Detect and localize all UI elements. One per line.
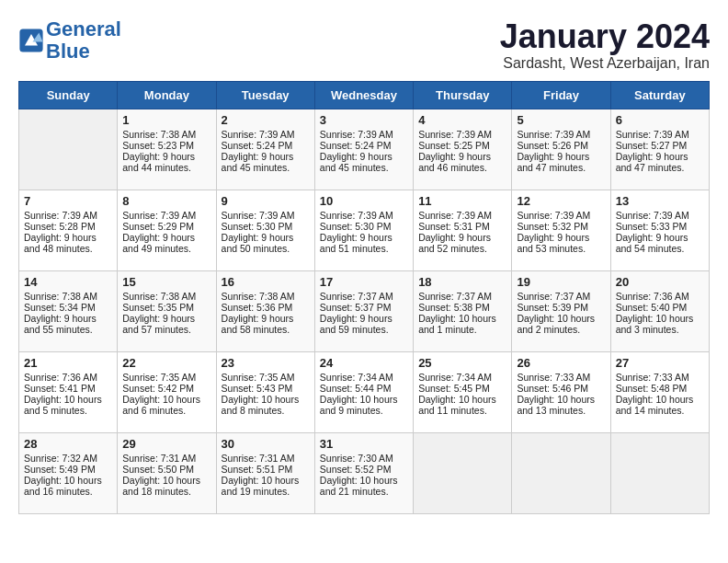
location-title: Sardasht, West Azerbaijan, Iran [500,55,710,72]
calendar-cell: 16Sunrise: 7:38 AMSunset: 5:36 PMDayligh… [216,270,314,351]
daylight-text: Daylight: 9 hours and 55 minutes. [24,313,112,335]
calendar-cell: 31Sunrise: 7:30 AMSunset: 5:52 PMDayligh… [314,432,413,513]
day-number: 21 [24,356,112,370]
daylight-text: Daylight: 10 hours and 2 minutes. [517,313,605,335]
calendar-cell: 26Sunrise: 7:33 AMSunset: 5:46 PMDayligh… [512,351,610,432]
calendar-week-row: 21Sunrise: 7:36 AMSunset: 5:41 PMDayligh… [19,351,710,432]
sunset-text: Sunset: 5:36 PM [222,302,310,313]
calendar-cell: 11Sunrise: 7:39 AMSunset: 5:31 PMDayligh… [414,190,512,270]
day-number: 6 [616,113,704,127]
daylight-text: Daylight: 9 hours and 58 minutes. [222,313,310,335]
calendar-cell: 23Sunrise: 7:35 AMSunset: 5:43 PMDayligh… [216,351,314,432]
daylight-text: Daylight: 9 hours and 50 minutes. [222,232,310,254]
sunrise-text: Sunrise: 7:39 AM [517,210,605,221]
sunset-text: Sunset: 5:42 PM [122,383,210,394]
sunrise-text: Sunrise: 7:36 AM [616,291,704,302]
sunrise-text: Sunrise: 7:33 AM [616,372,704,383]
daylight-text: Daylight: 10 hours and 19 minutes. [222,475,310,497]
weekday-header: Tuesday [216,81,314,109]
day-number: 13 [616,194,704,208]
calendar-week-row: 1Sunrise: 7:38 AMSunset: 5:23 PMDaylight… [19,109,710,190]
sunrise-text: Sunrise: 7:33 AM [517,372,605,383]
day-number: 12 [517,194,605,208]
logo-line2: Blue [46,40,90,63]
daylight-text: Daylight: 9 hours and 45 minutes. [320,151,408,173]
calendar-week-row: 14Sunrise: 7:38 AMSunset: 5:34 PMDayligh… [19,270,710,351]
sunset-text: Sunset: 5:29 PM [122,221,210,232]
sunrise-text: Sunrise: 7:30 AM [320,453,408,464]
sunset-text: Sunset: 5:32 PM [517,221,605,232]
calendar-cell: 25Sunrise: 7:34 AMSunset: 5:45 PMDayligh… [414,351,512,432]
calendar-cell: 8Sunrise: 7:39 AMSunset: 5:29 PMDaylight… [118,190,216,270]
daylight-text: Daylight: 9 hours and 47 minutes. [517,151,605,173]
calendar-cell: 13Sunrise: 7:39 AMSunset: 5:33 PMDayligh… [610,190,709,270]
day-number: 1 [122,113,210,127]
daylight-text: Daylight: 10 hours and 9 minutes. [320,394,408,416]
sunrise-text: Sunrise: 7:37 AM [517,291,605,302]
logo-icon [18,28,44,53]
logo-text: General Blue [46,18,121,63]
sunset-text: Sunset: 5:30 PM [222,221,310,232]
sunset-text: Sunset: 5:45 PM [418,383,506,394]
calendar-cell: 7Sunrise: 7:39 AMSunset: 5:28 PMDaylight… [19,190,118,270]
sunrise-text: Sunrise: 7:31 AM [122,453,210,464]
day-number: 7 [24,194,112,208]
daylight-text: Daylight: 10 hours and 13 minutes. [517,394,605,416]
sunset-text: Sunset: 5:48 PM [616,383,704,394]
header: General Blue January 2024 Sardasht, West… [18,18,710,72]
sunrise-text: Sunrise: 7:39 AM [320,129,408,140]
calendar-cell: 27Sunrise: 7:33 AMSunset: 5:48 PMDayligh… [610,351,709,432]
weekday-header: Wednesday [314,81,413,109]
weekday-header: Monday [118,81,216,109]
calendar-cell: 24Sunrise: 7:34 AMSunset: 5:44 PMDayligh… [314,351,413,432]
sunset-text: Sunset: 5:43 PM [222,383,310,394]
calendar-cell: 29Sunrise: 7:31 AMSunset: 5:50 PMDayligh… [118,432,216,513]
sunset-text: Sunset: 5:40 PM [616,302,704,313]
calendar-cell: 14Sunrise: 7:38 AMSunset: 5:34 PMDayligh… [19,270,118,351]
day-number: 27 [616,356,704,370]
calendar-week-row: 7Sunrise: 7:39 AMSunset: 5:28 PMDaylight… [19,190,710,270]
calendar-cell [414,432,512,513]
daylight-text: Daylight: 9 hours and 47 minutes. [616,151,704,173]
sunset-text: Sunset: 5:39 PM [517,302,605,313]
calendar-cell: 10Sunrise: 7:39 AMSunset: 5:30 PMDayligh… [314,190,413,270]
logo: General Blue [18,18,121,63]
calendar-cell: 15Sunrise: 7:38 AMSunset: 5:35 PMDayligh… [118,270,216,351]
calendar-cell: 2Sunrise: 7:39 AMSunset: 5:24 PMDaylight… [216,109,314,190]
sunrise-text: Sunrise: 7:35 AM [222,372,310,383]
daylight-text: Daylight: 9 hours and 45 minutes. [222,151,310,173]
sunset-text: Sunset: 5:27 PM [616,140,704,151]
daylight-text: Daylight: 9 hours and 48 minutes. [24,232,112,254]
sunrise-text: Sunrise: 7:34 AM [320,372,408,383]
sunset-text: Sunset: 5:50 PM [122,464,210,475]
calendar-cell: 1Sunrise: 7:38 AMSunset: 5:23 PMDaylight… [118,109,216,190]
daylight-text: Daylight: 10 hours and 14 minutes. [616,394,704,416]
day-number: 26 [517,356,605,370]
daylight-text: Daylight: 10 hours and 16 minutes. [24,475,112,497]
sunset-text: Sunset: 5:23 PM [122,140,210,151]
calendar-cell: 22Sunrise: 7:35 AMSunset: 5:42 PMDayligh… [118,351,216,432]
sunrise-text: Sunrise: 7:32 AM [24,453,112,464]
sunrise-text: Sunrise: 7:39 AM [222,210,310,221]
day-number: 16 [222,275,310,289]
daylight-text: Daylight: 10 hours and 1 minute. [418,313,506,335]
day-number: 22 [122,356,210,370]
sunrise-text: Sunrise: 7:31 AM [222,453,310,464]
sunset-text: Sunset: 5:52 PM [320,464,408,475]
day-number: 4 [418,113,506,127]
sunrise-text: Sunrise: 7:37 AM [320,291,408,302]
day-number: 11 [418,194,506,208]
month-title: January 2024 [500,18,710,55]
daylight-text: Daylight: 9 hours and 44 minutes. [122,151,210,173]
day-number: 23 [222,356,310,370]
calendar-table: SundayMondayTuesdayWednesdayThursdayFrid… [18,81,710,514]
sunrise-text: Sunrise: 7:38 AM [122,291,210,302]
daylight-text: Daylight: 9 hours and 57 minutes. [122,313,210,335]
sunset-text: Sunset: 5:41 PM [24,383,112,394]
day-number: 10 [320,194,408,208]
calendar-cell [610,432,709,513]
calendar-cell: 17Sunrise: 7:37 AMSunset: 5:37 PMDayligh… [314,270,413,351]
sunset-text: Sunset: 5:28 PM [24,221,112,232]
daylight-text: Daylight: 9 hours and 59 minutes. [320,313,408,335]
daylight-text: Daylight: 9 hours and 51 minutes. [320,232,408,254]
